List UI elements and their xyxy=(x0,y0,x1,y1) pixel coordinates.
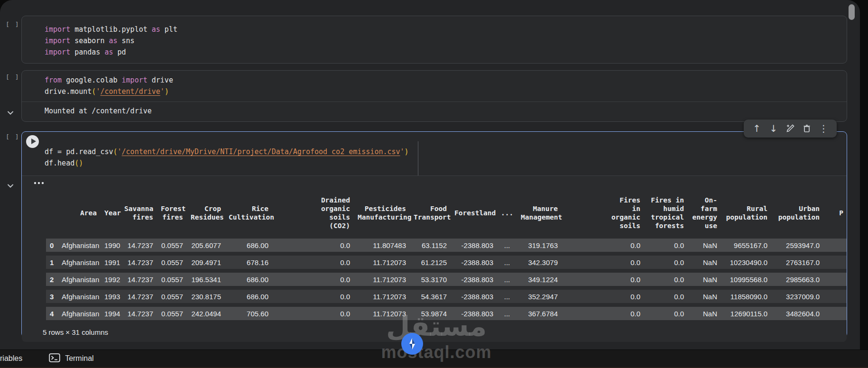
dataframe-cell: 678.16 xyxy=(225,256,272,269)
output-options-ellipsis-icon[interactable] xyxy=(33,180,46,187)
dataframe-shape-footer: 5 rows × 31 columns xyxy=(22,324,847,342)
dataframe-cell: 686.00 xyxy=(225,239,272,252)
exec-indicator-cell3[interactable]: [ ] xyxy=(6,133,19,140)
code-token: as xyxy=(109,37,117,45)
dataframe-cell: 1994 xyxy=(101,307,120,320)
dataframe-cell: 9655167.0 xyxy=(721,239,771,252)
code-token: ' xyxy=(118,147,122,156)
dataframe-cell: 11.712073 xyxy=(354,307,410,320)
column-header: Forestland xyxy=(451,191,497,235)
move-cell-down-icon[interactable]: ↓ xyxy=(767,122,780,135)
dataframe-cell: NaN xyxy=(688,239,721,252)
dataframe-cell: NaN xyxy=(688,307,721,320)
column-header: Savanna fires xyxy=(120,191,157,235)
dataframe-cell: ... xyxy=(497,290,517,303)
code-cell-drive-mount[interactable]: from google.colab import drivedrive.moun… xyxy=(21,70,847,122)
dataframe-cell: 0.0 xyxy=(272,307,354,320)
exec-indicator-cell2[interactable]: [ ] xyxy=(6,74,19,81)
dataframe-cell: -2388.803 xyxy=(451,307,497,320)
column-header: P xyxy=(823,191,847,235)
dataframe-row: 4Afghanistan199414.72370.0557242.0494705… xyxy=(46,307,847,320)
dataframe-row: 1Afghanistan199114.72370.0557209.4971678… xyxy=(46,256,847,269)
code-token: plt xyxy=(160,25,177,34)
dataframe-cell: 3237009.0 xyxy=(771,290,823,303)
dataframe-cell: 1993 xyxy=(101,290,120,303)
dataframe-cell: NaN xyxy=(688,290,721,303)
dataframe-cell: 11.712073 xyxy=(354,273,410,286)
vertical-scrollbar-thumb[interactable] xyxy=(849,4,855,20)
dataframe-cell: 349.1224 xyxy=(517,273,562,286)
code-token: sns xyxy=(118,37,135,45)
dataframe-cell: 242.0494 xyxy=(187,307,225,320)
move-cell-up-icon[interactable]: ↑ xyxy=(751,122,763,135)
code-token: matplotlib.pyplot xyxy=(70,25,152,34)
dataframe-cell: ... xyxy=(497,307,517,320)
code-token: /content/drive xyxy=(100,87,160,96)
code-line: import pandas as pd xyxy=(45,46,847,58)
code-token: df.head xyxy=(45,159,74,167)
dataframe-cell xyxy=(823,239,847,252)
dataframe-row: 0Afghanistan199014.72370.0557205.6077686… xyxy=(46,239,847,252)
dataframe-cell: 0.0557 xyxy=(157,239,187,252)
collapse-output-chevron-icon[interactable] xyxy=(6,109,15,117)
dataframe-row: 3Afghanistan199314.72370.0557230.8175686… xyxy=(46,290,847,303)
code-editor[interactable]: import matplotlib.pyplot as pltimport se… xyxy=(22,16,847,58)
code-token: import xyxy=(122,76,148,84)
code-token: as xyxy=(104,48,113,56)
dataframe-cell: 14.7237 xyxy=(120,239,157,252)
dataframe-cell: 1992 xyxy=(101,273,120,286)
dataframe-cell: 0.0 xyxy=(644,239,688,252)
dataframe-cell: 61.2125 xyxy=(410,256,451,269)
dataframe-cell: 0 xyxy=(46,239,58,252)
terminal-tab[interactable]: Terminal xyxy=(49,353,93,364)
code-token: drive xyxy=(148,76,173,84)
dataframe-cell: 2763167.0 xyxy=(771,256,823,269)
exec-indicator-cell1[interactable]: [ ] xyxy=(6,21,19,28)
code-token: df = pd.read_csv xyxy=(45,147,113,156)
column-header: Pesticides Manufacturing xyxy=(354,191,410,235)
dataframe-cell: 11858090.0 xyxy=(721,290,771,303)
variables-tab-clipped[interactable]: riables xyxy=(0,354,22,363)
code-editor[interactable]: df = pd.read_csv('/content/drive/MyDrive… xyxy=(22,132,847,175)
dataframe-cell: -2388.803 xyxy=(451,290,497,303)
edit-with-ai-pencil-icon[interactable] xyxy=(784,122,796,135)
code-line: drive.mount('/content/drive') xyxy=(45,86,847,97)
dataframe-cell: 0.0 xyxy=(644,307,688,320)
run-cell-button[interactable] xyxy=(26,135,39,148)
column-header: Manure Management xyxy=(517,191,562,235)
dataframe-cell: Afghanistan xyxy=(58,307,101,320)
dataframe-cell: 2985663.0 xyxy=(771,273,823,286)
dataframe-cell: 1991 xyxy=(101,256,120,269)
collapse-output-chevron-icon[interactable] xyxy=(6,182,15,190)
code-editor[interactable]: from google.colab import drivedrive.moun… xyxy=(22,71,847,101)
dataframe-cell: Afghanistan xyxy=(58,256,101,269)
editor-caret xyxy=(418,141,418,176)
dataframe-cell: 205.6077 xyxy=(187,239,225,252)
more-cell-actions-icon[interactable]: ⋮ xyxy=(817,122,830,135)
dataframe-cell: 0.0 xyxy=(272,273,354,286)
dataframe-cell: 319.1763 xyxy=(517,239,562,252)
dataframe-cell: 367.6784 xyxy=(517,307,562,320)
code-cell-read-csv[interactable]: df = pd.read_csv('/content/drive/MyDrive… xyxy=(21,131,847,338)
dataframe-cell: 12690115.0 xyxy=(721,307,771,320)
dataframe-cell: 3 xyxy=(46,290,58,303)
code-token: seaborn xyxy=(70,37,109,45)
dataframe-cell: Afghanistan xyxy=(58,239,101,252)
column-header: Urban population xyxy=(771,191,823,235)
code-line: import matplotlib.pyplot as plt xyxy=(45,24,847,35)
dataframe-cell: 705.60 xyxy=(225,307,272,320)
dataframe-cell: 53.9874 xyxy=(410,307,451,320)
code-cell-imports[interactable]: import matplotlib.pyplot as pltimport se… xyxy=(21,16,847,64)
delete-cell-trash-icon[interactable] xyxy=(801,122,813,135)
colab-notebook-screen: [ ] [ ] [ ] import matplotlib.pyplot as … xyxy=(0,0,868,368)
dataframe-cell: 14.7237 xyxy=(120,256,157,269)
dataframe-table: AreaYearSavanna firesForest firesCrop Re… xyxy=(46,187,847,324)
code-token: drive.mount xyxy=(45,87,92,96)
dataframe-cell: 342.3079 xyxy=(517,256,562,269)
code-token: /content/drive/MyDrive/NTI/project/Data/… xyxy=(122,147,400,156)
dataframe-cell: 0.0 xyxy=(562,273,644,286)
code-token: import xyxy=(45,48,70,56)
cell-toolbar: ↑ ↓ ⋮ xyxy=(744,120,837,138)
dataframe-cell xyxy=(823,290,847,303)
column-header: Area xyxy=(58,191,101,235)
